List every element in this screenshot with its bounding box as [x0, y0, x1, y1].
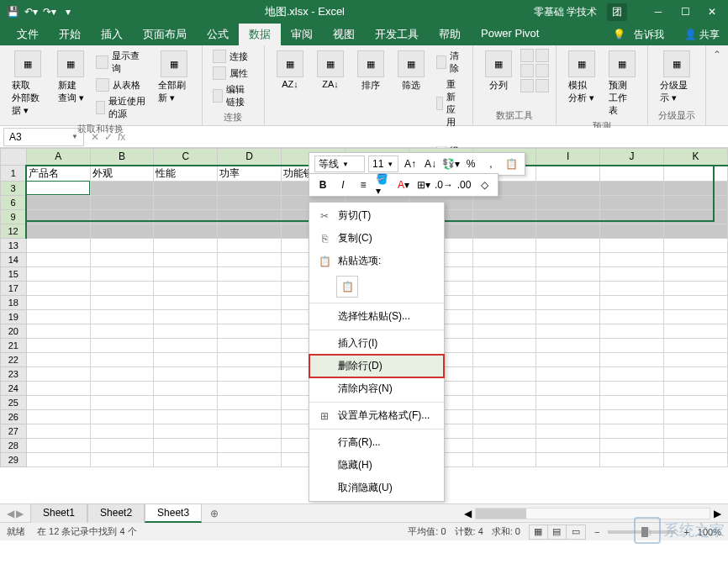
cell[interactable] — [90, 338, 154, 352]
data-tool-icon[interactable] — [520, 64, 534, 77]
cell[interactable] — [218, 195, 282, 209]
cell[interactable] — [472, 238, 536, 252]
cell[interactable] — [154, 252, 218, 266]
cell[interactable] — [154, 395, 218, 409]
cell[interactable] — [26, 366, 90, 381]
cell[interactable] — [664, 224, 728, 238]
ribbon-button[interactable]: ▦全部刷新 ▾ — [153, 49, 195, 106]
cell[interactable] — [26, 181, 90, 195]
cell[interactable] — [218, 409, 282, 424]
cell[interactable] — [664, 424, 728, 438]
cell[interactable] — [600, 209, 664, 224]
column-header[interactable]: B — [90, 149, 154, 166]
cell[interactable] — [472, 452, 536, 466]
cell[interactable] — [26, 238, 90, 252]
context-menu-item[interactable]: 清除内容(N) — [309, 377, 444, 400]
cell[interactable] — [600, 338, 664, 352]
menu-tab-Power Pivot[interactable]: Power Pivot — [471, 24, 549, 45]
undo-icon[interactable]: ↶▾ — [24, 4, 39, 19]
cell[interactable] — [154, 409, 218, 424]
cell[interactable] — [90, 409, 154, 424]
cell[interactable] — [154, 181, 218, 195]
cell[interactable] — [90, 381, 154, 395]
menu-tab-开发工具[interactable]: 开发工具 — [365, 24, 429, 45]
cell[interactable] — [154, 338, 218, 352]
decrease-font-icon[interactable]: A↓ — [422, 155, 439, 172]
fx-icon[interactable]: fx — [118, 131, 125, 143]
accounting-format-icon[interactable]: 💱▾ — [442, 155, 459, 172]
cell[interactable] — [536, 424, 600, 438]
select-all-corner[interactable] — [1, 149, 27, 166]
cell[interactable] — [154, 438, 218, 452]
cell[interactable] — [664, 209, 728, 224]
cell[interactable] — [472, 309, 536, 324]
cell[interactable] — [536, 395, 600, 409]
cell[interactable] — [218, 209, 282, 224]
cell[interactable] — [600, 424, 664, 438]
cell[interactable] — [154, 295, 218, 309]
share-button[interactable]: 👤 共享 — [684, 28, 720, 42]
cell[interactable] — [218, 324, 282, 338]
ribbon-button[interactable]: ▦预测工作表 — [604, 49, 641, 119]
cell[interactable] — [664, 238, 728, 252]
row-header[interactable]: 28 — [1, 438, 27, 452]
cell[interactable] — [472, 395, 536, 409]
context-menu-item[interactable]: 📋粘贴选项: — [309, 250, 444, 272]
context-menu-item[interactable]: 行高(R)... — [309, 431, 444, 454]
cell[interactable] — [90, 295, 154, 309]
cell[interactable] — [600, 309, 664, 324]
cell[interactable] — [90, 438, 154, 452]
cell[interactable] — [90, 424, 154, 438]
cell[interactable] — [536, 352, 600, 366]
row-header[interactable]: 23 — [1, 366, 27, 381]
row-header[interactable]: 15 — [1, 266, 27, 281]
cell[interactable] — [218, 381, 282, 395]
cell[interactable] — [664, 195, 728, 209]
tell-me-icon[interactable]: 💡 — [613, 29, 625, 40]
column-header[interactable]: J — [600, 149, 664, 166]
border-icon[interactable]: ⊞▾ — [415, 177, 432, 193]
menu-tab-审阅[interactable]: 审阅 — [281, 24, 323, 45]
ribbon-button[interactable]: ▦筛选 — [393, 49, 430, 93]
cell[interactable] — [472, 295, 536, 309]
menu-tab-视图[interactable]: 视图 — [323, 24, 365, 45]
cell[interactable] — [154, 324, 218, 338]
cell[interactable] — [600, 166, 664, 182]
menu-tab-帮助[interactable]: 帮助 — [429, 24, 471, 45]
cell[interactable] — [664, 266, 728, 281]
cell[interactable] — [536, 281, 600, 295]
cell[interactable] — [472, 366, 536, 381]
context-menu-item[interactable]: 插入行(I) — [309, 332, 444, 355]
cell[interactable] — [472, 324, 536, 338]
cell[interactable] — [536, 195, 600, 209]
cell[interactable] — [536, 309, 600, 324]
menu-tab-插入[interactable]: 插入 — [91, 24, 133, 45]
row-header[interactable]: 19 — [1, 309, 27, 324]
cell[interactable] — [664, 338, 728, 352]
cell[interactable] — [218, 395, 282, 409]
row-header[interactable]: 21 — [1, 338, 27, 352]
cell[interactable] — [26, 281, 90, 295]
cell[interactable] — [664, 395, 728, 409]
ribbon-button[interactable]: ▦新建查询 ▾ — [52, 49, 89, 106]
cell[interactable] — [600, 181, 664, 195]
cell[interactable] — [664, 166, 728, 182]
ribbon-small-button[interactable]: 清除 — [433, 49, 466, 76]
data-tool-icon[interactable] — [535, 79, 549, 92]
cell[interactable] — [664, 295, 728, 309]
tell-me[interactable]: 告诉我 — [634, 28, 664, 42]
cell[interactable] — [536, 324, 600, 338]
horizontal-scrollbar[interactable]: ◀ ▶ — [227, 508, 728, 519]
data-tool-icon[interactable] — [535, 49, 549, 62]
cell[interactable] — [664, 452, 728, 466]
cell[interactable] — [154, 224, 218, 238]
cell[interactable] — [26, 452, 90, 466]
spreadsheet-grid[interactable]: ABCDEFGHIJK 1产品名外观性能功率功能锁036912013141517… — [0, 148, 728, 503]
cell[interactable] — [26, 338, 90, 352]
enter-formula-icon[interactable]: ✓ — [104, 131, 113, 143]
clear-format-icon[interactable]: ◇ — [476, 177, 493, 193]
cell[interactable] — [90, 452, 154, 466]
zoom-out-icon[interactable]: − — [594, 527, 599, 537]
cell[interactable] — [472, 281, 536, 295]
decrease-decimal-icon[interactable]: .0→ — [435, 177, 452, 193]
